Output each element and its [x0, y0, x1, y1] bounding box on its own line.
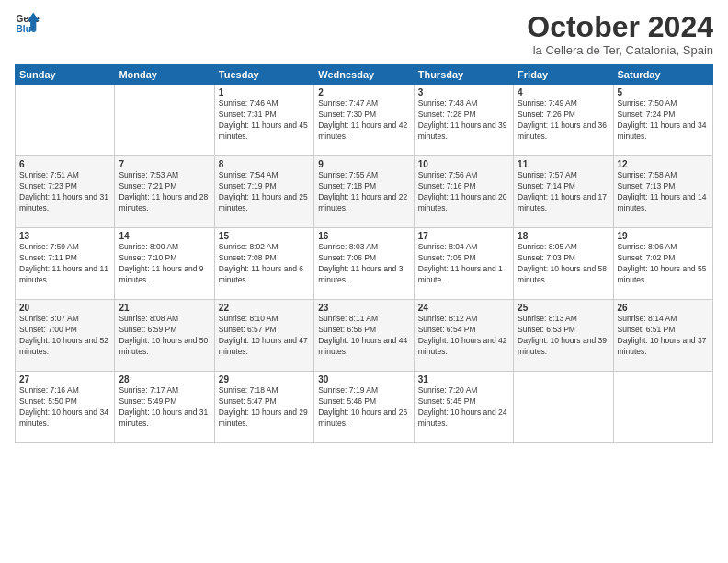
day-info: Sunrise: 8:02 AMSunset: 7:08 PMDaylight:…: [219, 242, 310, 286]
calendar-cell: 12Sunrise: 7:58 AMSunset: 7:13 PMDayligh…: [613, 156, 712, 228]
week-row-2: 6Sunrise: 7:51 AMSunset: 7:23 PMDaylight…: [16, 156, 713, 228]
day-info: Sunrise: 8:06 AMSunset: 7:02 PMDaylight:…: [618, 242, 709, 286]
calendar-cell: 7Sunrise: 7:53 AMSunset: 7:21 PMDaylight…: [115, 156, 214, 228]
day-number: 19: [618, 231, 709, 241]
calendar-table: SundayMondayTuesdayWednesdayThursdayFrid…: [15, 64, 713, 443]
day-number: 12: [618, 159, 709, 169]
day-info: Sunrise: 8:05 AMSunset: 7:03 PMDaylight:…: [518, 242, 609, 286]
calendar-cell: [115, 85, 214, 156]
day-number: 6: [19, 159, 110, 169]
weekday-header-thursday: Thursday: [414, 65, 513, 85]
day-number: 23: [318, 303, 409, 313]
calendar-cell: 23Sunrise: 8:11 AMSunset: 6:56 PMDayligh…: [314, 300, 414, 372]
day-number: 21: [119, 303, 210, 313]
calendar-cell: 14Sunrise: 8:00 AMSunset: 7:10 PMDayligh…: [115, 228, 214, 300]
day-info: Sunrise: 8:07 AMSunset: 7:00 PMDaylight:…: [19, 314, 110, 358]
day-info: Sunrise: 7:46 AMSunset: 7:31 PMDaylight:…: [219, 98, 310, 143]
calendar-cell: 10Sunrise: 7:56 AMSunset: 7:16 PMDayligh…: [414, 156, 513, 228]
day-number: 18: [518, 231, 609, 241]
calendar-cell: 11Sunrise: 7:57 AMSunset: 7:14 PMDayligh…: [514, 156, 613, 228]
day-number: 17: [418, 231, 509, 241]
day-number: 5: [618, 87, 709, 98]
week-row-3: 13Sunrise: 7:59 AMSunset: 7:11 PMDayligh…: [16, 228, 713, 300]
weekday-header-friday: Friday: [514, 65, 613, 85]
logo-icon: General Blue: [15, 11, 40, 37]
calendar-cell: 25Sunrise: 8:13 AMSunset: 6:53 PMDayligh…: [514, 300, 613, 372]
weekday-header-tuesday: Tuesday: [214, 65, 313, 85]
calendar-cell: 19Sunrise: 8:06 AMSunset: 7:02 PMDayligh…: [613, 228, 712, 300]
day-info: Sunrise: 7:58 AMSunset: 7:13 PMDaylight:…: [618, 170, 709, 214]
day-number: 25: [518, 303, 609, 313]
day-info: Sunrise: 7:17 AMSunset: 5:49 PMDaylight:…: [119, 385, 210, 430]
calendar-cell: 20Sunrise: 8:07 AMSunset: 7:00 PMDayligh…: [16, 300, 115, 372]
day-number: 22: [219, 303, 310, 313]
day-number: 8: [219, 159, 310, 169]
weekday-header-wednesday: Wednesday: [314, 65, 414, 85]
title-area: October 2024 la Cellera de Ter, Cataloni…: [527, 11, 713, 57]
day-number: 24: [418, 303, 509, 313]
day-info: Sunrise: 7:19 AMSunset: 5:46 PMDaylight:…: [318, 385, 409, 430]
weekday-header-saturday: Saturday: [613, 65, 712, 85]
day-info: Sunrise: 7:49 AMSunset: 7:26 PMDaylight:…: [518, 98, 609, 143]
day-info: Sunrise: 8:12 AMSunset: 6:54 PMDaylight:…: [418, 314, 509, 358]
day-info: Sunrise: 7:54 AMSunset: 7:19 PMDaylight:…: [219, 170, 310, 214]
calendar-cell: 3Sunrise: 7:48 AMSunset: 7:28 PMDaylight…: [414, 85, 513, 156]
day-info: Sunrise: 8:10 AMSunset: 6:57 PMDaylight:…: [219, 314, 310, 358]
day-info: Sunrise: 8:03 AMSunset: 7:06 PMDaylight:…: [318, 242, 409, 286]
day-number: 26: [618, 303, 709, 313]
calendar-cell: 28Sunrise: 7:17 AMSunset: 5:49 PMDayligh…: [115, 372, 214, 443]
calendar-cell: 26Sunrise: 8:14 AMSunset: 6:51 PMDayligh…: [613, 300, 712, 372]
day-info: Sunrise: 8:08 AMSunset: 6:59 PMDaylight:…: [119, 314, 210, 358]
week-row-4: 20Sunrise: 8:07 AMSunset: 7:00 PMDayligh…: [16, 300, 713, 372]
calendar-cell: 1Sunrise: 7:46 AMSunset: 7:31 PMDaylight…: [214, 85, 313, 156]
day-number: 29: [219, 374, 310, 385]
calendar-cell: [613, 372, 712, 443]
day-number: 4: [518, 87, 609, 98]
logo: General Blue: [15, 11, 40, 37]
calendar-cell: [514, 372, 613, 443]
day-number: 7: [119, 159, 210, 169]
calendar-cell: 21Sunrise: 8:08 AMSunset: 6:59 PMDayligh…: [115, 300, 214, 372]
calendar-cell: 15Sunrise: 8:02 AMSunset: 7:08 PMDayligh…: [214, 228, 313, 300]
calendar-cell: 4Sunrise: 7:49 AMSunset: 7:26 PMDaylight…: [514, 85, 613, 156]
day-number: 10: [418, 159, 509, 169]
week-row-1: 1Sunrise: 7:46 AMSunset: 7:31 PMDaylight…: [16, 85, 713, 156]
day-number: 13: [19, 231, 110, 241]
calendar-cell: [16, 85, 115, 156]
calendar-cell: 2Sunrise: 7:47 AMSunset: 7:30 PMDaylight…: [314, 85, 414, 156]
day-info: Sunrise: 7:18 AMSunset: 5:47 PMDaylight:…: [219, 385, 310, 430]
day-info: Sunrise: 8:11 AMSunset: 6:56 PMDaylight:…: [318, 314, 409, 358]
day-number: 27: [19, 374, 110, 385]
calendar-cell: 16Sunrise: 8:03 AMSunset: 7:06 PMDayligh…: [314, 228, 414, 300]
day-number: 15: [219, 231, 310, 241]
day-info: Sunrise: 7:20 AMSunset: 5:45 PMDaylight:…: [418, 385, 509, 430]
day-number: 2: [318, 87, 409, 98]
day-info: Sunrise: 8:13 AMSunset: 6:53 PMDaylight:…: [518, 314, 609, 358]
weekday-header-row: SundayMondayTuesdayWednesdayThursdayFrid…: [16, 65, 713, 85]
day-info: Sunrise: 8:00 AMSunset: 7:10 PMDaylight:…: [119, 242, 210, 286]
calendar-page: General Blue October 2024 la Cellera de …: [0, 0, 728, 563]
header: General Blue October 2024 la Cellera de …: [15, 11, 713, 57]
month-title: October 2024: [527, 11, 713, 43]
day-info: Sunrise: 7:47 AMSunset: 7:30 PMDaylight:…: [318, 98, 409, 143]
day-info: Sunrise: 7:55 AMSunset: 7:18 PMDaylight:…: [318, 170, 409, 214]
day-info: Sunrise: 7:51 AMSunset: 7:23 PMDaylight:…: [19, 170, 110, 214]
day-number: 31: [418, 374, 509, 385]
day-info: Sunrise: 7:56 AMSunset: 7:16 PMDaylight:…: [418, 170, 509, 214]
day-number: 30: [318, 374, 409, 385]
calendar-cell: 8Sunrise: 7:54 AMSunset: 7:19 PMDaylight…: [214, 156, 313, 228]
day-info: Sunrise: 8:04 AMSunset: 7:05 PMDaylight:…: [418, 242, 509, 286]
calendar-cell: 31Sunrise: 7:20 AMSunset: 5:45 PMDayligh…: [414, 372, 513, 443]
day-number: 11: [518, 159, 609, 169]
day-number: 9: [318, 159, 409, 169]
day-number: 14: [119, 231, 210, 241]
day-number: 28: [119, 374, 210, 385]
calendar-cell: 18Sunrise: 8:05 AMSunset: 7:03 PMDayligh…: [514, 228, 613, 300]
day-info: Sunrise: 7:48 AMSunset: 7:28 PMDaylight:…: [418, 98, 509, 143]
weekday-header-monday: Monday: [115, 65, 214, 85]
day-number: 16: [318, 231, 409, 241]
calendar-cell: 24Sunrise: 8:12 AMSunset: 6:54 PMDayligh…: [414, 300, 513, 372]
location: la Cellera de Ter, Catalonia, Spain: [527, 43, 713, 57]
calendar-cell: 27Sunrise: 7:16 AMSunset: 5:50 PMDayligh…: [16, 372, 115, 443]
day-info: Sunrise: 7:53 AMSunset: 7:21 PMDaylight:…: [119, 170, 210, 214]
